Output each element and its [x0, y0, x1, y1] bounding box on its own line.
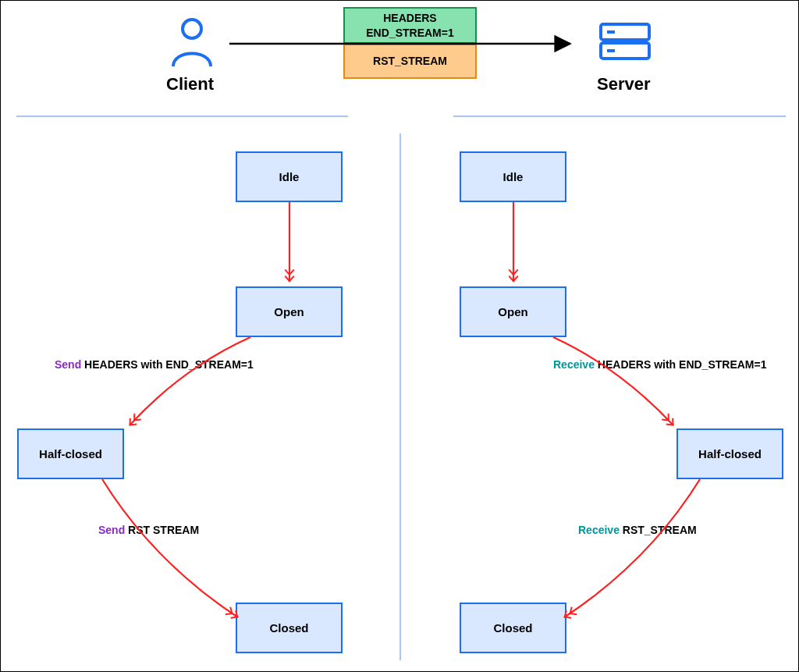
- client-state-closed: Closed: [236, 603, 343, 653]
- server-state-closed: Closed: [460, 603, 566, 653]
- server-recv-rst-caption: Receive RST_STREAM: [578, 524, 697, 536]
- client-icon: [169, 15, 215, 68]
- server-label: Server: [597, 74, 651, 94]
- server-recv-headers-caption: Receive HEADERS with END_STREAM=1: [553, 358, 766, 371]
- client-label: Client: [166, 74, 214, 94]
- server-icon: [599, 23, 651, 62]
- arrows-overlay: [1, 1, 799, 672]
- client-send-headers-caption: Send HEADERS with END_STREAM=1: [55, 358, 254, 371]
- client-send-rst-caption: Send RST STREAM: [98, 524, 199, 536]
- rst-stream-frame-box: RST_STREAM: [343, 44, 477, 79]
- server-state-idle: Idle: [460, 151, 566, 202]
- client-state-half-closed: Half-closed: [17, 428, 124, 479]
- server-state-open: Open: [460, 286, 566, 337]
- client-state-open: Open: [236, 286, 343, 337]
- svg-point-0: [183, 20, 201, 38]
- client-state-idle: Idle: [236, 151, 343, 202]
- headers-frame-box: HEADERSEND_STREAM=1: [343, 7, 477, 44]
- diagram-canvas: Client Server HEADERSEND_STREAM=1 RST_ST…: [0, 0, 799, 672]
- server-state-half-closed: Half-closed: [676, 428, 783, 479]
